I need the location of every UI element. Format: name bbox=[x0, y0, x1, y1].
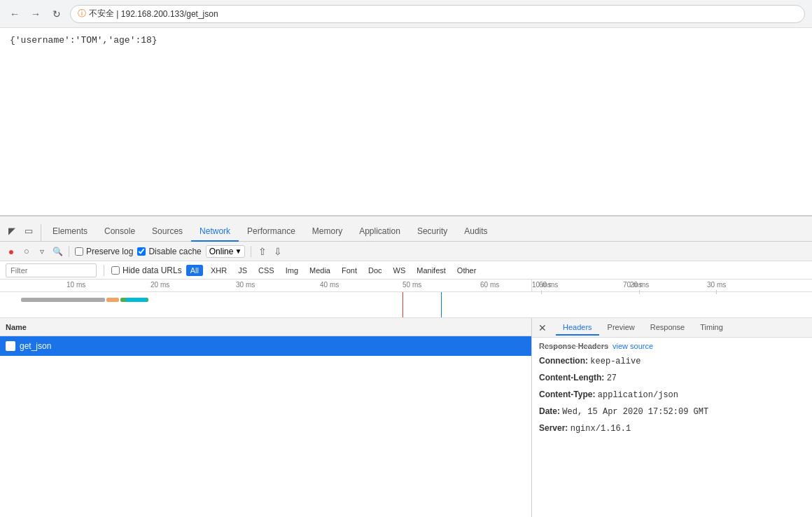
mark-50ms: 50 ms bbox=[402, 281, 421, 289]
header-val-content-length: 27 bbox=[607, 373, 617, 383]
close-button[interactable]: ✕ bbox=[536, 322, 549, 334]
header-key-server: Server: bbox=[539, 423, 568, 433]
header-row-content-length: Content-Length: 27 bbox=[539, 371, 805, 385]
header-row-server: Server: nginx/1.16.1 bbox=[539, 422, 805, 435]
header-val-date: Wed, 15 Apr 2020 17:52:09 GMT bbox=[562, 407, 708, 417]
vline-blue bbox=[441, 292, 442, 318]
file-icon bbox=[6, 341, 15, 351]
filter-img[interactable]: Img bbox=[282, 266, 302, 275]
filter-ws[interactable]: WS bbox=[390, 266, 410, 275]
throttle-select[interactable]: Online ▼ bbox=[206, 245, 246, 258]
detail-tab-response[interactable]: Response bbox=[643, 320, 692, 336]
browser-toolbar: ← → ↻ ⓘ 不安全 | 192.168.200.133/get_json bbox=[0, 0, 812, 28]
filter-css[interactable]: CSS bbox=[255, 266, 278, 275]
export-icon[interactable]: ⇩ bbox=[272, 246, 284, 257]
filter-input[interactable] bbox=[6, 263, 97, 277]
reload-button[interactable]: ↻ bbox=[49, 6, 64, 22]
clear-button[interactable]: ○ bbox=[21, 246, 32, 257]
detail-tab-timing[interactable]: Timing bbox=[693, 320, 730, 336]
filter-media[interactable]: Media bbox=[306, 266, 334, 275]
page-content: {'username':'TOM','age':18} bbox=[0, 28, 812, 216]
filter-xhr[interactable]: XHR bbox=[207, 266, 230, 275]
tab-security[interactable]: Security bbox=[409, 222, 456, 242]
header-key-date: Date: bbox=[539, 406, 560, 416]
mark-30ms: 30 ms bbox=[236, 281, 255, 289]
preserve-log-label[interactable]: Preserve log bbox=[75, 247, 133, 256]
section-title-row: Response Headers view source bbox=[539, 342, 805, 350]
hide-data-urls-checkbox[interactable] bbox=[111, 266, 120, 275]
timeline-area: 10 ms 20 ms 30 ms 10 ms 20 ms 30 ms 40 m… bbox=[0, 280, 812, 318]
vline-red bbox=[402, 292, 403, 318]
filter-doc[interactable]: Doc bbox=[365, 266, 386, 275]
timeline-ruler-full: 10 ms 20 ms 30 ms 40 ms 50 ms 60 ms 60 m… bbox=[0, 280, 812, 292]
requests-list: get_json bbox=[0, 336, 531, 517]
bar-teal bbox=[126, 298, 147, 302]
header-key-content-length: Content-Length: bbox=[539, 373, 604, 382]
details-body: Response Headers view source Connection:… bbox=[532, 338, 812, 517]
address-bar[interactable]: ⓘ 不安全 | 192.168.200.133/get_json bbox=[70, 5, 805, 23]
preserve-log-checkbox[interactable] bbox=[75, 247, 83, 256]
disable-cache-checkbox[interactable] bbox=[137, 247, 146, 256]
import-icon[interactable]: ⇧ bbox=[257, 246, 268, 257]
devtools-icons: ◤ ▭ bbox=[6, 224, 41, 241]
tab-console[interactable]: Console bbox=[96, 222, 144, 242]
detail-tab-headers[interactable]: Headers bbox=[556, 320, 599, 336]
forward-button[interactable]: → bbox=[28, 6, 43, 22]
section-title: Response Headers bbox=[539, 342, 608, 350]
url-text: 192.168.200.133/get_json bbox=[121, 9, 218, 19]
back-button[interactable]: ← bbox=[7, 6, 22, 22]
insecure-label: 不安全 bbox=[89, 8, 114, 20]
tab-sources[interactable]: Sources bbox=[144, 222, 191, 242]
toolbar-separator1 bbox=[69, 246, 69, 257]
detail-tab-preview[interactable]: Preview bbox=[601, 320, 642, 336]
devtools-panel: ◤ ▭ Elements Console Sources Network Per… bbox=[0, 216, 812, 517]
mark-40ms: 40 ms bbox=[320, 281, 339, 289]
filter-separator bbox=[104, 265, 104, 276]
mark-20ms: 20 ms bbox=[150, 281, 169, 289]
details-tabs-row: ✕ Headers Preview Response Timing bbox=[532, 318, 812, 338]
search-icon[interactable]: 🔍 bbox=[52, 246, 63, 257]
header-row-connection: Connection: keep-alive bbox=[539, 354, 805, 368]
filter-other[interactable]: Other bbox=[454, 266, 480, 275]
tab-elements[interactable]: Elements bbox=[44, 222, 96, 242]
header-val-content-type: application/json bbox=[598, 390, 678, 400]
filter-js[interactable]: JS bbox=[234, 266, 251, 275]
hide-data-urls-label[interactable]: Hide data URLs bbox=[111, 266, 182, 275]
tab-network[interactable]: Network bbox=[191, 222, 239, 242]
disable-cache-label[interactable]: Disable cache bbox=[137, 247, 201, 256]
record-button[interactable]: ● bbox=[6, 246, 17, 257]
bar-gray bbox=[21, 298, 105, 302]
network-toolbar: ● ○ ▿ 🔍 Preserve log Disable cache Onlin… bbox=[0, 242, 812, 261]
request-name: get_json bbox=[20, 341, 51, 351]
tab-application[interactable]: Application bbox=[351, 222, 409, 242]
network-main-panel: Name get_json ✕ Headers Preview Response… bbox=[0, 318, 812, 517]
tab-audits[interactable]: Audits bbox=[456, 222, 496, 242]
mark-10ms: 10 ms bbox=[66, 281, 85, 289]
insecure-icon: ⓘ bbox=[78, 8, 86, 20]
bar-orange bbox=[106, 298, 119, 302]
inspect-icon[interactable]: ◤ bbox=[6, 224, 18, 237]
timeline-bars bbox=[0, 292, 532, 318]
filter-icon[interactable]: ▿ bbox=[36, 246, 48, 257]
filter-manifest[interactable]: Manifest bbox=[413, 266, 449, 275]
json-content: {'username':'TOM','age':18} bbox=[10, 35, 158, 46]
header-row-content-type: Content-Type: application/json bbox=[539, 388, 805, 401]
header-key-content-type: Content-Type: bbox=[539, 390, 595, 399]
header-row-date: Date: Wed, 15 Apr 2020 17:52:09 GMT bbox=[539, 405, 805, 418]
filter-font[interactable]: Font bbox=[338, 266, 360, 275]
filter-all-button[interactable]: All bbox=[186, 265, 203, 276]
header-val-server: nginx/1.16.1 bbox=[570, 424, 631, 434]
device-icon[interactable]: ▭ bbox=[22, 224, 35, 237]
tab-memory[interactable]: Memory bbox=[304, 222, 351, 242]
mark-60ms: 60 ms bbox=[480, 281, 499, 289]
view-source-link[interactable]: view source bbox=[612, 342, 653, 350]
toolbar-separator2 bbox=[251, 246, 251, 257]
mark-70ms-r: 70 ms bbox=[623, 281, 642, 289]
request-row[interactable]: get_json bbox=[0, 336, 531, 356]
requests-header: Name bbox=[0, 318, 531, 336]
throttle-chevron: ▼ bbox=[234, 247, 241, 255]
requests-panel: Name get_json bbox=[0, 318, 532, 517]
tab-performance[interactable]: Performance bbox=[239, 222, 304, 242]
mark-60ms-r: 60 ms bbox=[539, 281, 558, 289]
filter-bar: Hide data URLs All XHR JS CSS Img Media … bbox=[0, 261, 812, 280]
